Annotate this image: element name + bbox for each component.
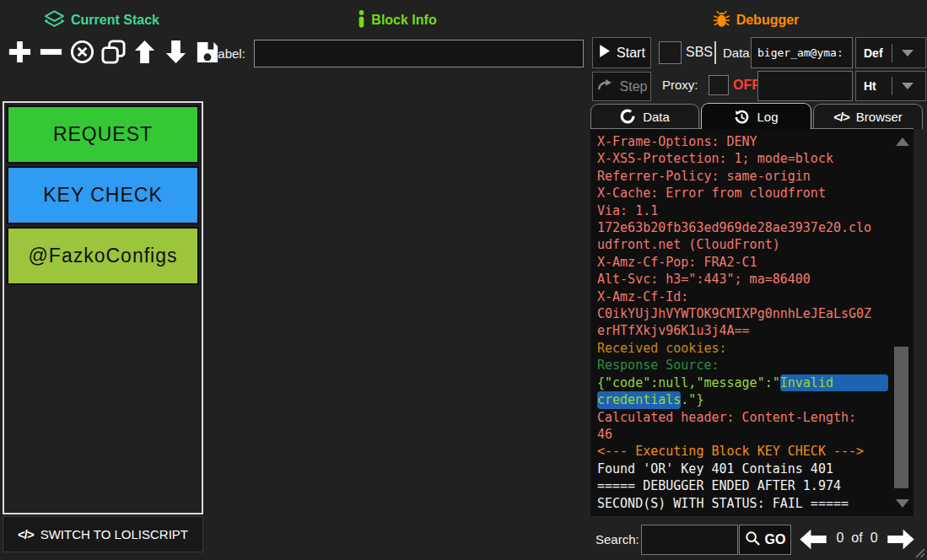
log-line: SECOND(S) WITH STATUS: FAIL ===== xyxy=(597,495,888,512)
clone-icon xyxy=(100,39,127,68)
scroll-up-icon[interactable] xyxy=(896,137,909,146)
step-button[interactable]: Step xyxy=(592,72,651,101)
scroll-down-icon[interactable] xyxy=(896,499,909,508)
move-down-button[interactable] xyxy=(161,39,190,67)
block-info-title: Block Info xyxy=(371,13,436,28)
layers-icon xyxy=(44,9,65,31)
move-down-icon xyxy=(163,39,189,68)
label-caption: Label: xyxy=(211,46,251,61)
search-go-button[interactable]: GO xyxy=(739,525,791,555)
stack-block[interactable]: REQUEST xyxy=(7,105,199,164)
history-icon xyxy=(734,109,750,125)
log-line: erHTfXkjv96K1u3j4A== xyxy=(597,322,888,339)
log-line: Alt-Svc: h3=":443"; ma=86400 xyxy=(597,271,888,288)
log-line: C0ikYUjJhVYWTOK9CMIXPg0nnhLeJEaLsG0Z xyxy=(597,305,888,322)
log-line: X-Frame-Options: DENY xyxy=(597,133,888,150)
log-content[interactable]: X-Frame-Options: DENYX-XSS-Protection: 1… xyxy=(597,133,888,513)
wordlist-type-dropdown[interactable]: Def xyxy=(855,37,926,68)
debugger-title: Debugger xyxy=(736,13,800,28)
log-line: udfront.net (CloudFront) xyxy=(597,236,888,253)
log-line: 46 xyxy=(597,426,888,443)
current-stack-title: Current Stack xyxy=(71,13,159,28)
result-position: 0 xyxy=(836,530,843,546)
stack-list: REQUESTKEY CHECK@FazkoConfigs xyxy=(7,105,199,285)
next-result-button[interactable] xyxy=(887,528,915,551)
log-line: Via: 1.1 xyxy=(597,202,888,219)
log-line: Referrer-Policy: same-origin xyxy=(597,168,888,185)
current-stack-header: Current Stack xyxy=(0,10,203,30)
move-up-button[interactable] xyxy=(130,39,159,67)
debugger-header: Debugger xyxy=(591,10,920,30)
log-line: credentials."} xyxy=(597,391,888,408)
proxy-type-dropdown[interactable]: Ht xyxy=(855,71,926,101)
step-redo-icon xyxy=(596,78,614,94)
sbs-label: SBS xyxy=(686,45,713,60)
tab-browser[interactable]: </> Browser xyxy=(813,104,923,129)
log-line: Response Source: xyxy=(597,357,888,374)
current-stack-panel: REQUESTKEY CHECK@FazkoConfigs xyxy=(3,101,203,514)
scrollbar-thumb[interactable] xyxy=(894,347,908,488)
tab-log[interactable]: Log xyxy=(701,103,811,129)
sbs-checkbox[interactable] xyxy=(659,41,682,64)
bug-icon xyxy=(713,10,730,31)
play-icon xyxy=(598,44,611,62)
log-line: X-Cache: Error from cloudfront xyxy=(597,185,888,202)
clear-button[interactable] xyxy=(67,39,96,67)
remove-icon xyxy=(38,39,64,68)
stack-block[interactable]: @FazkoConfigs xyxy=(7,227,199,285)
data-caption: Data: xyxy=(723,46,753,60)
info-icon xyxy=(358,10,365,31)
log-line: Calculated header: Content-Length: xyxy=(597,409,888,426)
debugger-data-input[interactable] xyxy=(751,37,853,68)
proxy-status-badge: OFF xyxy=(733,78,760,93)
tab-data[interactable]: Data xyxy=(590,104,699,129)
dropdown-divider xyxy=(892,44,892,62)
log-line: Received cookies: xyxy=(597,340,888,357)
search-icon xyxy=(745,530,761,550)
log-line: <--- Executing Block KEY CHECK ---> xyxy=(597,443,888,460)
code-icon: </> xyxy=(833,110,849,124)
block-info-header: Block Info xyxy=(203,10,591,30)
log-line: X-Amz-Cf-Pop: FRA2-C1 xyxy=(597,254,888,271)
proxy-input[interactable] xyxy=(757,71,853,101)
wordlist-type-value: Def xyxy=(856,46,890,60)
start-button[interactable]: Start xyxy=(592,37,651,68)
proxy-checkbox[interactable] xyxy=(709,75,729,95)
stack-toolbar xyxy=(5,39,221,67)
search-caption: Search: xyxy=(596,532,639,547)
dropdown-divider xyxy=(892,77,892,95)
clear-icon xyxy=(69,39,95,68)
log-line: Found 'OR' Key 401 Contains 401 xyxy=(597,460,888,477)
refresh-circle-icon xyxy=(620,109,636,125)
log-line: ===== DEBUGGER ENDED AFTER 1.974 xyxy=(597,477,888,494)
chevron-down-icon xyxy=(902,83,914,89)
move-up-icon xyxy=(132,39,158,68)
log-line: X-Amz-Cf-Id: xyxy=(597,288,888,305)
proxy-caption: Proxy: xyxy=(662,78,698,92)
search-input[interactable] xyxy=(641,525,738,555)
log-line: {"code":null,"message":"Invalid xyxy=(597,374,888,391)
add-button[interactable] xyxy=(5,39,34,67)
code-icon: </> xyxy=(18,527,34,541)
result-total: 0 xyxy=(870,530,878,546)
stack-block[interactable]: KEY CHECK xyxy=(7,166,199,224)
remove-button[interactable] xyxy=(36,39,65,67)
log-scrollbar[interactable] xyxy=(893,132,910,513)
log-line: 172e63b20fb363ed969de28ae3937e20.clo xyxy=(597,219,888,236)
switch-to-loliscript-button[interactable]: </> SWITCH TO LOLISCRIPT xyxy=(3,516,203,552)
search-result-counter: 0 of 0 xyxy=(831,530,883,546)
block-label-input[interactable] xyxy=(254,40,584,67)
debugger-log-panel: X-Frame-Options: DENYX-XSS-Protection: 1… xyxy=(590,128,914,516)
result-of-label: of xyxy=(851,530,862,546)
add-icon xyxy=(7,39,33,68)
vertical-divider xyxy=(714,41,716,64)
resize-grip[interactable] xyxy=(914,547,925,558)
previous-result-button[interactable] xyxy=(799,528,827,551)
proxy-type-value: Ht xyxy=(856,79,890,93)
clone-button[interactable] xyxy=(99,39,127,67)
log-line: X-XSS-Protection: 1; mode=block xyxy=(597,150,888,167)
chevron-down-icon xyxy=(902,50,914,57)
